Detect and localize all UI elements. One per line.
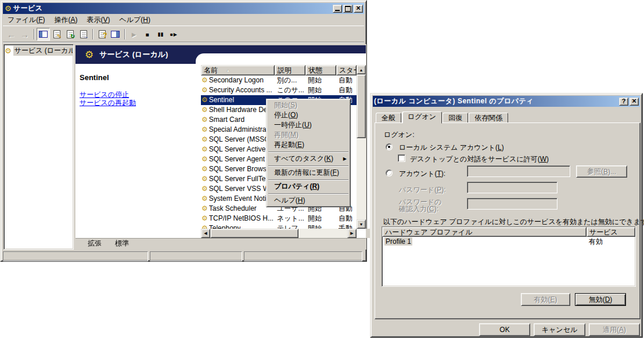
service-name: SQL Server FullTe: [209, 174, 266, 184]
service-row[interactable]: ⚙TCP/IP NetBIOS H...ネット...開始自動: [201, 214, 357, 223]
column-header-0[interactable]: 名前▲: [201, 65, 275, 75]
vertical-scrollbar[interactable]: ▲ ▼: [357, 65, 366, 229]
status-cell: [244, 251, 362, 261]
context-menu-help[interactable]: ヘルプ(H): [267, 196, 350, 205]
service-description: このサ...: [275, 85, 305, 95]
service-gear-icon: ⚙: [202, 184, 208, 194]
context-menu-stop[interactable]: 停止(O): [267, 110, 350, 120]
vertical-scroll-thumb[interactable]: [357, 74, 366, 138]
column-header-2[interactable]: 状態: [305, 65, 336, 75]
help-button[interactable]: [95, 28, 109, 41]
show-action-pane-button[interactable]: [109, 28, 122, 41]
play-icon: [132, 31, 136, 38]
context-menu-resume[interactable]: 再開(M): [267, 130, 350, 140]
service-name: Shell Hardware De: [209, 105, 268, 115]
dialog-tab-全般[interactable]: 全般: [376, 113, 401, 123]
context-menu-properties[interactable]: プロパティ(R): [267, 182, 350, 192]
export-list-icon: [80, 30, 87, 38]
service-row[interactable]: ⚙Security Accounts ...このサ...開始自動: [201, 85, 357, 95]
stop-service-button[interactable]: [141, 28, 154, 41]
column-hardware-profile[interactable]: ハードウェア プロファイル: [382, 227, 587, 237]
this-account-radio[interactable]: [386, 170, 393, 176]
ok-button[interactable]: OK: [479, 323, 530, 336]
forward-button[interactable]: [18, 28, 31, 41]
service-row[interactable]: ⚙Secondary Logon別の...開始自動: [201, 75, 357, 85]
services-title-bar[interactable]: ⚙ サービス: [3, 3, 364, 14]
dialog-tab-依存関係[interactable]: 依存関係: [469, 113, 508, 123]
service-gear-icon: ⚙: [202, 223, 208, 229]
context-menu-restart[interactable]: 再起動(E): [267, 140, 350, 150]
hardware-profiles-label: 以下のハードウェア プロファイルに対しこのサービスを有効または無効にできます(Y…: [383, 217, 644, 227]
restart-service-link[interactable]: サービスの再起動: [80, 98, 136, 108]
hardware-profiles-list[interactable]: ハードウェア プロファイル サービス Profile 1 有効: [382, 226, 636, 287]
show-console-tree-button[interactable]: [37, 28, 50, 41]
context-menu-start[interactable]: 開始(S): [267, 100, 350, 110]
enable-button[interactable]: 有効(E): [521, 293, 570, 306]
menu-action[interactable]: 操作(A): [49, 14, 82, 26]
tree-item-services-local[interactable]: ⚙ サービス (ローカル): [4, 45, 73, 57]
browse-button[interactable]: 参照(B)...: [576, 165, 627, 178]
column-service[interactable]: サービス: [587, 227, 635, 237]
start-service-button[interactable]: [127, 28, 141, 41]
column-header-3[interactable]: スタート: [336, 65, 357, 75]
pane-header-title: サービス (ローカル): [99, 49, 168, 60]
disable-button[interactable]: 無効(D): [575, 293, 626, 306]
service-gear-icon: ⚙: [202, 174, 208, 184]
service-status: 開始: [305, 214, 336, 223]
service-context-menu: 開始(S)停止(O)一時停止(U)再開(M)再起動(E)すべてのタスク(K)▶最…: [266, 99, 351, 207]
apply-button[interactable]: 適用(A): [589, 323, 640, 336]
menu-file[interactable]: ファイル(F): [3, 14, 49, 26]
context-menu-refresh[interactable]: 最新の情報に更新(F): [267, 168, 350, 178]
help-icon: [99, 30, 106, 38]
context-menu-all-tasks[interactable]: すべてのタスク(K)▶: [267, 154, 350, 164]
view-tab-拡張[interactable]: 拡張: [79, 239, 110, 248]
action-pane-icon: [111, 31, 120, 38]
confirm-password-input[interactable]: [467, 198, 557, 210]
dialog-title-bar[interactable]: (ローカル コンピュータ) Sentinel のプロパティ: [373, 96, 640, 107]
service-description: ネット...: [275, 214, 305, 223]
dialog-help-button[interactable]: [619, 98, 628, 106]
column-header-1[interactable]: 説明: [275, 65, 305, 75]
account-input[interactable]: [467, 165, 570, 177]
service-gear-icon: ⚙: [202, 125, 208, 135]
column-label: 状態: [308, 66, 322, 75]
service-name: Security Accounts ...: [209, 85, 272, 95]
export-list-button[interactable]: [77, 28, 90, 41]
menu-help[interactable]: ヘルプ(H): [115, 14, 156, 26]
horizontal-scrollbar[interactable]: ◀ ▶: [201, 229, 357, 238]
close-button[interactable]: [354, 5, 363, 13]
dialog-close-button[interactable]: [629, 98, 639, 106]
local-system-account-radio[interactable]: [386, 143, 393, 150]
service-row[interactable]: ⚙Telephonyテレフ開始手動: [201, 223, 357, 229]
scroll-right-button[interactable]: ▶: [347, 229, 357, 238]
service-name: TCP/IP NetBIOS H...: [209, 214, 274, 223]
pause-service-button[interactable]: [154, 28, 167, 41]
restart-service-button[interactable]: [167, 28, 181, 41]
scroll-down-button[interactable]: ▼: [357, 219, 366, 229]
service-status: 開始: [305, 75, 336, 85]
profile-name: Profile 1: [384, 237, 412, 246]
cancel-button[interactable]: キャンセル: [534, 323, 585, 336]
properties-button[interactable]: [50, 28, 63, 41]
allow-desktop-interaction-checkbox[interactable]: [398, 154, 405, 162]
view-tab-標準[interactable]: 標準: [106, 239, 138, 248]
dialog-tab-ログオン[interactable]: ログオン: [402, 111, 442, 124]
dialog-tab-回復[interactable]: 回復: [442, 113, 468, 123]
minimize-button[interactable]: [333, 5, 342, 13]
password-input[interactable]: [467, 182, 557, 193]
hardware-profile-row[interactable]: Profile 1 有効: [382, 237, 635, 246]
services-gear-icon: ⚙: [5, 5, 12, 12]
maximize-button[interactable]: [343, 5, 352, 13]
service-gear-icon: ⚙: [202, 194, 208, 204]
hardware-profiles-header: ハードウェア プロファイル サービス: [382, 227, 635, 237]
scroll-left-button[interactable]: ◀: [201, 229, 210, 238]
refresh-button[interactable]: [63, 28, 77, 41]
context-menu-pause[interactable]: 一時停止(U): [267, 120, 350, 130]
service-name: SQL Server VSS W: [209, 184, 269, 194]
menu-view[interactable]: 表示(V): [82, 14, 114, 26]
horizontal-scroll-thumb[interactable]: [210, 229, 298, 238]
back-button[interactable]: [5, 28, 18, 41]
status-bar: [3, 250, 364, 261]
scroll-up-button[interactable]: ▲: [357, 65, 366, 74]
console-tree-panel: ⚙ サービス (ローカル): [3, 44, 74, 250]
